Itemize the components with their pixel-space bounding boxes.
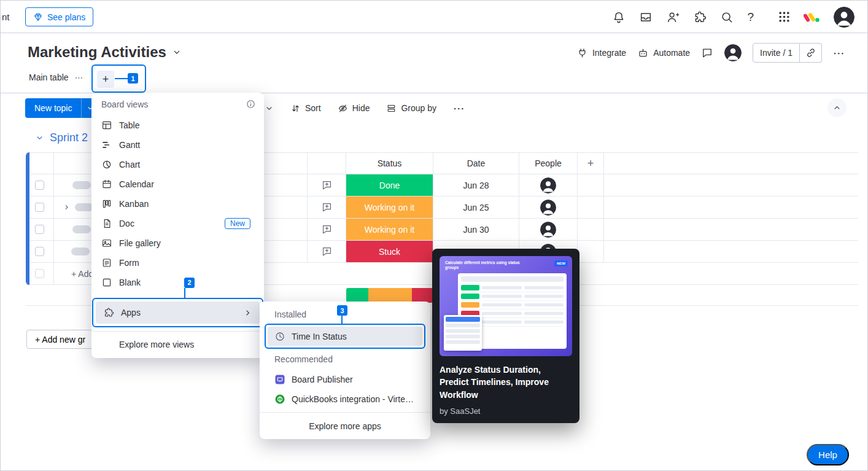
help-button[interactable]: Help	[807, 444, 849, 465]
hide-label: Hide	[352, 103, 370, 113]
tab-main-table[interactable]: Main table ⋯	[29, 72, 83, 82]
row-checkbox	[35, 269, 44, 278]
row-checkbox[interactable]	[35, 181, 44, 190]
board-views-title: Board views	[101, 99, 148, 109]
explore-more-apps-link[interactable]: Explore more apps	[260, 412, 430, 439]
board-more-icon[interactable]: ⋯	[833, 46, 845, 60]
integrate-plug-icon	[576, 47, 588, 59]
caret-down-icon[interactable]	[265, 104, 274, 113]
notifications-bell-icon[interactable]	[612, 10, 626, 24]
add-view-button[interactable]: +	[97, 71, 114, 88]
menu-item-table[interactable]: Table	[91, 115, 264, 135]
row-checkbox[interactable]	[35, 203, 44, 212]
group-header[interactable]: Sprint 2	[35, 131, 88, 144]
empty-cell	[604, 174, 858, 196]
board-owner-avatar[interactable]	[724, 44, 742, 61]
search-icon[interactable]	[720, 10, 734, 24]
hide-button[interactable]: Hide	[338, 103, 370, 114]
topbar-icons: ?	[612, 1, 854, 33]
menu-item-file-gallery[interactable]: File gallery	[91, 233, 264, 253]
empty-cell	[604, 241, 858, 262]
invite-button[interactable]: Invite / 1	[753, 43, 800, 63]
menu-item-blank[interactable]: Blank 2	[91, 273, 264, 292]
header-checkbox-cell	[26, 153, 54, 174]
invite-members-icon[interactable]	[666, 10, 680, 24]
integrate-button[interactable]: Integrate	[576, 47, 626, 59]
toolbar-more-icon[interactable]: ⋯	[453, 101, 465, 115]
menu-item-kanban[interactable]: Kanban	[91, 194, 264, 214]
column-header-people[interactable]: People	[519, 153, 578, 174]
collapse-toolbar-button[interactable]	[827, 98, 847, 117]
summary-segment-done[interactable]	[346, 288, 368, 303]
add-conversation-icon[interactable]	[321, 246, 333, 257]
status-cell[interactable]: Working on it	[346, 197, 433, 218]
row-checkbox[interactable]	[35, 225, 44, 234]
status-cell[interactable]: Stuck	[346, 241, 433, 262]
menu-item-quickbooks[interactable]: QuickBooks integration - Virtenia...	[260, 389, 430, 409]
column-header-date[interactable]: Date	[433, 153, 519, 174]
copy-link-button[interactable]	[800, 43, 822, 63]
group-title[interactable]: Sprint 2	[50, 131, 88, 144]
people-cell[interactable]	[519, 219, 578, 240]
status-cell[interactable]: Working on it	[346, 219, 433, 240]
info-icon[interactable]	[246, 99, 256, 109]
assignee-avatar[interactable]	[540, 222, 556, 238]
menu-item-apps[interactable]: Apps	[96, 302, 260, 324]
column-header-status[interactable]: Status	[346, 153, 433, 174]
date-cell[interactable]: Jun 25	[433, 197, 519, 218]
group-by-label: Group by	[401, 103, 436, 113]
inbox-icon[interactable]	[639, 10, 653, 24]
marketplace-puzzle-icon[interactable]	[693, 10, 707, 24]
board-chat-icon[interactable]	[701, 47, 713, 59]
date-cell[interactable]: Jun 28	[433, 174, 519, 196]
menu-item-board-publisher[interactable]: Board Publisher	[260, 370, 430, 389]
board-title[interactable]: Marketing Activities	[28, 44, 166, 61]
board-toolbar: Sort Hide Group by ⋯	[265, 98, 465, 118]
see-plans-button[interactable]: See plans	[25, 7, 93, 26]
summary-segment-stuck[interactable]	[412, 288, 434, 303]
menu-item-label: Doc	[119, 219, 134, 228]
sort-button[interactable]: Sort	[290, 103, 321, 114]
sort-label: Sort	[305, 103, 321, 113]
add-item-label[interactable]: + Add	[71, 269, 93, 279]
user-avatar[interactable]	[834, 7, 854, 28]
add-conversation-icon[interactable]	[321, 224, 333, 235]
monday-logo-icon[interactable]	[804, 10, 820, 25]
assignee-avatar[interactable]	[540, 177, 556, 193]
group-collapse-icon[interactable]	[35, 133, 44, 142]
automate-button[interactable]: Automate	[637, 47, 690, 59]
new-topic-button[interactable]: New topic	[25, 98, 81, 118]
add-new-group-button[interactable]: + Add new gr	[26, 330, 94, 349]
status-cell[interactable]: Done	[346, 174, 433, 196]
row-checkbox[interactable]	[35, 247, 44, 256]
add-conversation-icon[interactable]	[321, 179, 333, 191]
assignee-avatar[interactable]	[540, 200, 556, 216]
people-cell[interactable]	[519, 174, 578, 196]
add-conversation-icon[interactable]	[321, 201, 333, 213]
chevron-down-icon[interactable]	[172, 47, 182, 57]
empty-cell	[604, 197, 858, 218]
menu-item-gantt[interactable]: Gantt	[91, 135, 264, 155]
header-chat-cell	[308, 153, 346, 174]
add-column-button[interactable]: +	[578, 153, 604, 174]
menu-item-doc[interactable]: Doc New	[91, 214, 264, 233]
people-cell[interactable]	[519, 197, 578, 218]
menu-item-calendar[interactable]: Calendar	[91, 174, 264, 194]
apps-grid-icon[interactable]	[778, 11, 790, 23]
group-by-icon	[386, 103, 397, 114]
explore-more-views-link[interactable]: Explore more views	[91, 331, 264, 354]
tab-more-icon[interactable]: ⋯	[75, 72, 83, 82]
status-summary-bar[interactable]	[346, 288, 433, 303]
menu-item-chart[interactable]: Chart	[91, 155, 264, 174]
date-cell[interactable]: Jun 30	[433, 219, 519, 240]
summary-segment-working[interactable]	[368, 288, 412, 303]
menu-item-form[interactable]: Form	[91, 253, 264, 273]
group-by-button[interactable]: Group by	[386, 103, 436, 114]
eye-off-icon	[338, 103, 348, 114]
empty-cell	[578, 197, 604, 218]
expand-subitems-icon[interactable]	[63, 203, 71, 211]
recommended-section-label: Recommended	[274, 354, 333, 364]
menu-item-time-in-status[interactable]: Time In Status	[268, 327, 422, 346]
help-question-icon[interactable]: ?	[747, 10, 754, 24]
gantt-icon	[101, 139, 112, 150]
